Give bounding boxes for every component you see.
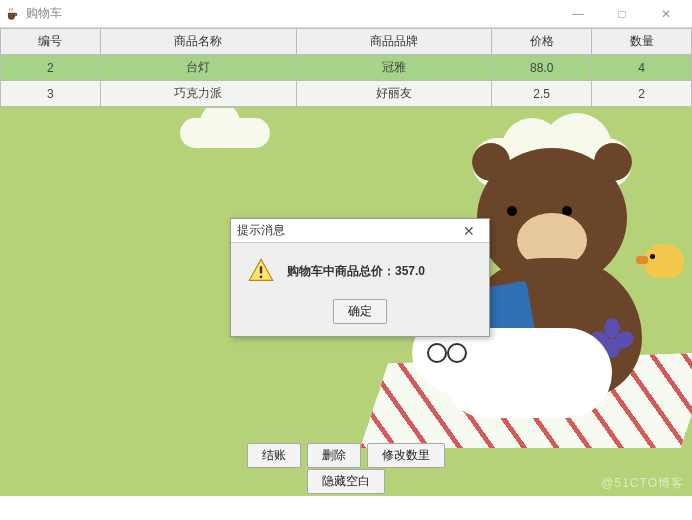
- cell-qty: 2: [592, 81, 692, 107]
- button-bar-secondary: 隐藏空白: [0, 465, 692, 496]
- duck-art: [644, 244, 684, 278]
- svg-rect-0: [260, 266, 262, 273]
- col-qty[interactable]: 数量: [592, 29, 692, 55]
- maximize-button[interactable]: □: [600, 0, 644, 28]
- table-row[interactable]: 3 巧克力派 好丽友 2.5 2: [1, 81, 692, 107]
- cell-brand: 冠雅: [296, 55, 492, 81]
- cell-qty: 4: [592, 55, 692, 81]
- cart-table[interactable]: 编号 商品名称 商品品牌 价格 数量 2 台灯 冠雅 88.0 4 3 巧克力派…: [0, 28, 692, 107]
- cell-price: 88.0: [492, 55, 592, 81]
- close-icon: ✕: [661, 7, 671, 21]
- dialog-body: 购物车中商品总价：357.0: [231, 243, 489, 293]
- window-titlebar: 购物车 — □ ✕: [0, 0, 692, 28]
- dialog-close-button[interactable]: ✕: [455, 223, 483, 239]
- minimize-icon: —: [572, 7, 584, 21]
- close-button[interactable]: ✕: [644, 0, 688, 28]
- message-dialog[interactable]: 提示消息 ✕ 购物车中商品总价：357.0 确定: [230, 218, 490, 337]
- cell-name: 台灯: [100, 55, 296, 81]
- dialog-message-prefix: 购物车中商品总价：: [287, 264, 395, 278]
- maximize-icon: □: [618, 7, 625, 21]
- java-icon: [4, 6, 20, 22]
- svg-rect-1: [260, 276, 262, 278]
- cell-id: 3: [1, 81, 101, 107]
- cell-brand: 好丽友: [296, 81, 492, 107]
- cell-name: 巧克力派: [100, 81, 296, 107]
- table-header-row: 编号 商品名称 商品品牌 价格 数量: [1, 29, 692, 55]
- cell-price: 2.5: [492, 81, 592, 107]
- col-name[interactable]: 商品名称: [100, 29, 296, 55]
- col-id[interactable]: 编号: [1, 29, 101, 55]
- watermark: @51CTO博客: [601, 475, 684, 492]
- dialog-message: 购物车中商品总价：357.0: [287, 263, 425, 280]
- col-brand[interactable]: 商品品牌: [296, 29, 492, 55]
- table-row[interactable]: 2 台灯 冠雅 88.0 4: [1, 55, 692, 81]
- warning-icon: [247, 257, 275, 285]
- dialog-footer: 确定: [231, 293, 489, 336]
- dialog-title: 提示消息: [237, 222, 285, 239]
- content-area: 编号 商品名称 商品品牌 价格 数量 2 台灯 冠雅 88.0 4 3 巧克力派…: [0, 28, 692, 496]
- minimize-button[interactable]: —: [556, 0, 600, 28]
- cell-id: 2: [1, 55, 101, 81]
- dialog-titlebar[interactable]: 提示消息 ✕: [231, 219, 489, 243]
- col-price[interactable]: 价格: [492, 29, 592, 55]
- dialog-total: 357.0: [395, 264, 425, 278]
- cloud-icon: [180, 118, 270, 148]
- dialog-ok-button[interactable]: 确定: [333, 299, 387, 324]
- window-title: 购物车: [26, 5, 556, 22]
- hide-blank-button[interactable]: 隐藏空白: [307, 469, 385, 494]
